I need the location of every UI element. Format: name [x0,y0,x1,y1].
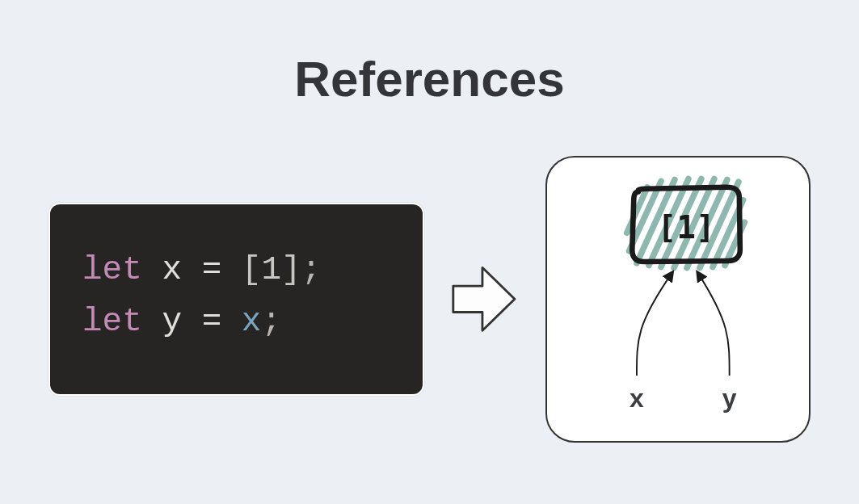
arrow-y-to-box [697,272,729,376]
code-semicolon: ; [261,303,281,340]
keyword-let: let [82,303,142,340]
keyword-let: let [82,251,142,288]
content-row: let x = [1]; let y = x; [48,156,811,443]
code-panel: let x = [1]; let y = x; [48,203,424,396]
page-title: References [294,50,564,107]
code-equals: = [202,303,222,340]
code-var-y: y [162,303,182,340]
code-number: 1 [261,251,281,288]
box-content: [1] [657,208,714,246]
arrow-x-to-box [637,272,672,376]
code-semicolon: ; [301,251,322,288]
var-label-y: y [722,384,736,413]
code-var-x: x [162,251,182,288]
code-block: let x = [1]; let y = x; [82,245,390,347]
var-label-x: x [630,384,644,413]
slide: References let x = [1]; let y = x; [0,0,859,504]
arrow-icon [450,255,520,344]
code-close-bracket: ] [281,251,301,288]
memory-diagram: [1] x y [545,156,811,443]
code-reference: x [242,303,262,340]
code-equals: = [202,251,222,288]
code-open-bracket: [ [242,251,262,288]
